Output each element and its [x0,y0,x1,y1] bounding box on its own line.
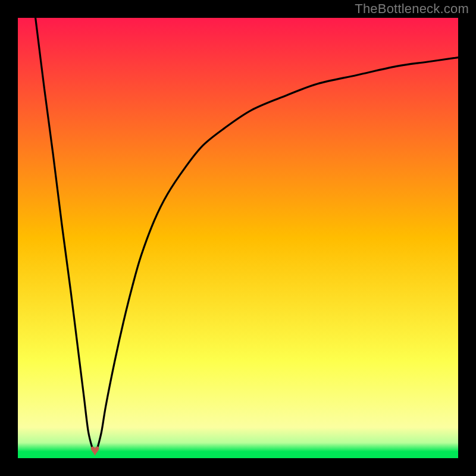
chart-frame: TheBottleneck.com ♥ [0,0,476,476]
chart-plot-area: ♥ [18,18,458,458]
chart-svg: ♥ [18,18,458,458]
watermark-text: TheBottleneck.com [355,1,469,17]
valley-heart-icon: ♥ [90,441,100,458]
